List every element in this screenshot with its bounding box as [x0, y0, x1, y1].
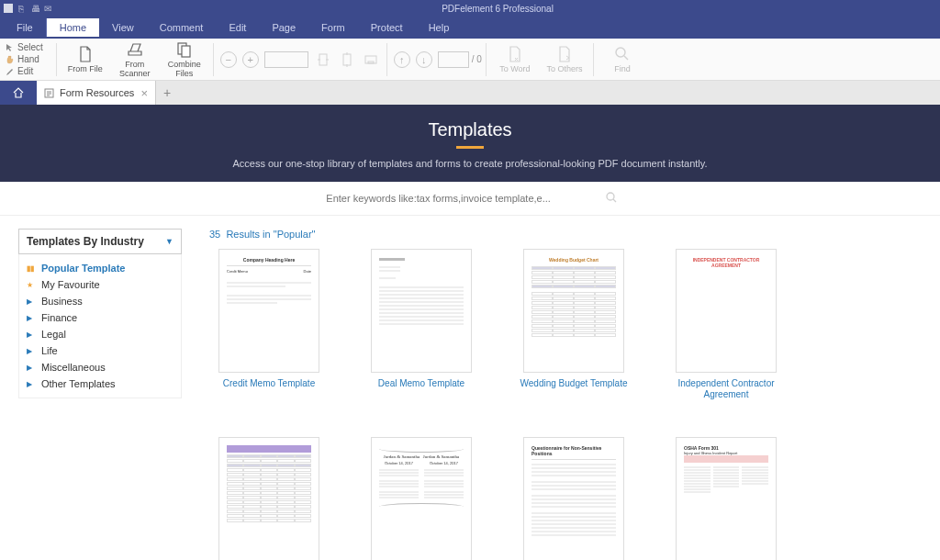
sidebar-item-favourite[interactable]: ★ My Favourite: [23, 276, 177, 293]
template-card[interactable]: Deal Memo Template: [362, 249, 481, 400]
menu-view[interactable]: View: [99, 18, 147, 37]
sidebar-header[interactable]: Templates By Industry ▼: [18, 229, 182, 254]
menu-file[interactable]: File: [4, 18, 47, 37]
template-card[interactable]: INDEPENDENT CONTRACTOR AGREEMENT Indepen…: [666, 249, 786, 400]
menu-page[interactable]: Page: [259, 18, 308, 37]
menu-edit[interactable]: Edit: [216, 18, 259, 37]
combine-files-button[interactable]: Combine Files: [160, 39, 209, 80]
sidebar-item-label: My Favourite: [41, 279, 100, 290]
menu-protect[interactable]: Protect: [358, 18, 416, 37]
find-button[interactable]: Find: [598, 39, 647, 80]
home-tab[interactable]: [0, 81, 37, 105]
search-input[interactable]: [322, 189, 598, 207]
zoom-value[interactable]: [264, 51, 308, 68]
results-label: Results in "Popular": [226, 229, 315, 240]
zoom-out-button[interactable]: −: [220, 51, 237, 68]
ribbon: Select Hand Edit From File From Scanner …: [0, 39, 940, 81]
selection-tool-group: Select Hand Edit: [4, 41, 45, 77]
triangle-icon: ▶: [27, 380, 36, 388]
menu-home[interactable]: Home: [47, 18, 99, 37]
page-count: / 0: [472, 54, 482, 64]
template-title: Wedding Budget Template: [520, 378, 628, 389]
find-icon: [613, 45, 632, 63]
triangle-icon: ▶: [27, 347, 36, 355]
to-word-icon: [506, 45, 524, 63]
template-thumb: OSHA Form 301 Injury and Illness Inciden…: [676, 437, 777, 560]
sidebar-item-business[interactable]: ▶ Business: [23, 293, 177, 309]
zoom-in-button[interactable]: +: [242, 51, 259, 68]
template-card[interactable]: Wedding Budget Chart: [514, 249, 633, 400]
qat-icon[interactable]: ⎘: [18, 4, 28, 13]
sidebar-item-label: Finance: [41, 312, 77, 323]
sidebar-item-other[interactable]: ▶ Other Templates: [23, 375, 177, 392]
sidebar-item-label: Popular Template: [41, 263, 125, 274]
to-others-icon: [555, 45, 574, 63]
menu-comment[interactable]: Comment: [147, 18, 217, 37]
app-icon: [4, 4, 13, 13]
close-tab-button[interactable]: ×: [140, 86, 148, 100]
to-word-button[interactable]: To Word: [490, 39, 540, 80]
search-icon[interactable]: [605, 191, 618, 207]
svg-rect-5: [368, 62, 374, 63]
sidebar-item-life[interactable]: ▶ Life: [23, 342, 177, 359]
svg-rect-3: [343, 54, 351, 65]
template-card[interactable]: OSHA Form 301 Injury and Illness Inciden…: [666, 437, 786, 560]
hand-label: Hand: [17, 54, 39, 64]
results-header: 35 Results in "Popular": [209, 229, 922, 240]
triangle-icon: ▶: [27, 364, 36, 372]
sidebar-item-legal[interactable]: ▶ Legal: [23, 326, 177, 342]
template-thumb: Jordan & Samantha Jordan & Samantha Octo…: [371, 437, 472, 560]
fit-height-icon: [338, 50, 356, 69]
to-word-label: To Word: [499, 65, 530, 74]
combine-files-label: Combine Files: [160, 61, 209, 79]
qat-icon[interactable]: 🖶: [31, 4, 40, 13]
fit-width-button[interactable]: [311, 39, 335, 80]
search-bar: [0, 182, 940, 216]
template-thumb: Wedding Budget Chart: [523, 249, 624, 373]
template-card[interactable]: Family Budget Template: [209, 437, 329, 560]
add-tab-button[interactable]: +: [156, 81, 178, 105]
sidebar-item-finance[interactable]: ▶ Finance: [23, 309, 177, 326]
sidebar-item-label: Other Templates: [41, 378, 116, 389]
qat-icon[interactable]: ✉: [44, 4, 53, 13]
triangle-icon: ▶: [27, 330, 36, 339]
fit-page-icon: [362, 50, 380, 69]
hero: Templates Access our one-stop library of…: [0, 105, 940, 182]
divider: [213, 43, 214, 76]
cursor-icon: [6, 43, 15, 52]
svg-rect-2: [319, 54, 327, 65]
sidebar-item-miscellaneous[interactable]: ▶ Miscellaneous: [23, 359, 177, 375]
from-file-button[interactable]: From File: [61, 39, 110, 80]
template-title: Credit Memo Template: [223, 378, 315, 389]
sidebar-item-popular[interactable]: ▮▮ Popular Template: [23, 260, 177, 276]
to-others-label: To Others: [546, 65, 582, 74]
next-page-button[interactable]: ↓: [416, 51, 432, 68]
pencil-icon: [6, 67, 15, 76]
triangle-icon: ▶: [27, 314, 36, 322]
fit-height-button[interactable]: [335, 39, 359, 80]
menu-help[interactable]: Help: [416, 18, 463, 37]
sidebar-list: ▮▮ Popular Template ★ My Favourite ▶ Bus…: [18, 254, 182, 398]
fit-page-button[interactable]: [359, 39, 383, 80]
template-card[interactable]: Questionnaire for Non-Sensitive Position…: [514, 437, 633, 560]
accent-underline: [456, 146, 484, 149]
select-tool[interactable]: Select: [4, 41, 45, 53]
menu-form[interactable]: Form: [308, 18, 358, 37]
edit-tool[interactable]: Edit: [4, 65, 45, 77]
star-icon: ★: [27, 281, 36, 289]
divider: [56, 43, 57, 76]
prev-page-button[interactable]: ↑: [394, 51, 410, 68]
menubar: File Home View Comment Edit Page Form Pr…: [0, 17, 940, 39]
document-tab[interactable]: Form Resources ×: [37, 81, 156, 105]
hand-tool[interactable]: Hand: [4, 53, 45, 65]
template-card[interactable]: Jordan & Samantha Jordan & Samantha Octo…: [362, 437, 481, 560]
results-count: 35: [209, 229, 220, 240]
page-number-input[interactable]: [438, 51, 469, 68]
form-icon: [44, 88, 54, 98]
to-others-button[interactable]: To Others: [540, 39, 589, 80]
template-card[interactable]: Company Heading Here Credit MemoDate Cre…: [209, 249, 329, 400]
divider: [593, 43, 594, 76]
from-scanner-button[interactable]: From Scanner: [110, 39, 160, 80]
chevron-down-icon: ▼: [165, 237, 173, 246]
edit-label: Edit: [17, 66, 33, 76]
